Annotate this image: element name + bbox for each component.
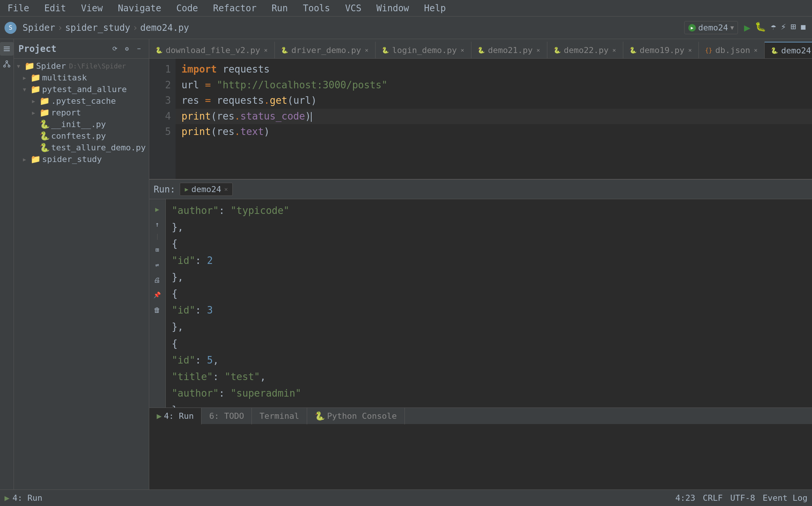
- status-run-icon[interactable]: ▶: [5, 493, 9, 503]
- run-label: Run:: [154, 184, 176, 195]
- title-bar: File Edit View Navigate Code Refactor Ru…: [0, 0, 812, 17]
- tree-label-init: __init__.py: [51, 120, 106, 129]
- app-logo-icon: S: [5, 22, 17, 34]
- menu-edit[interactable]: Edit: [41, 2, 69, 15]
- menu-code[interactable]: Code: [173, 2, 201, 15]
- run-config-dropdown[interactable]: ▶ demo24 ▼: [684, 21, 738, 34]
- tab-icon-demo22: 🐍: [553, 47, 561, 54]
- output-line-close-brace-4: }: [172, 401, 812, 408]
- menu-bar[interactable]: File Edit View Navigate Code Refactor Ru…: [5, 2, 449, 15]
- svg-line-7: [7, 63, 9, 65]
- bottom-tab-run[interactable]: ▶ 4: Run: [149, 408, 202, 424]
- status-position: 4:23: [676, 493, 695, 503]
- tab-close-download[interactable]: ×: [263, 46, 268, 55]
- breadcrumb-demo24[interactable]: demo24.py: [140, 23, 189, 33]
- run-config-icon: ▶: [688, 24, 696, 32]
- tree-item-report[interactable]: ▶ 📁 report: [14, 107, 149, 118]
- tab-demo22[interactable]: 🐍 demo22.py ×: [547, 42, 623, 58]
- project-action-minimize[interactable]: −: [134, 44, 144, 54]
- sidebar-icons: [0, 39, 14, 489]
- run-icon-pin[interactable]: 📌: [150, 288, 164, 301]
- run-icon-trash[interactable]: 🗑: [150, 303, 164, 317]
- tab-close-db[interactable]: ×: [753, 46, 758, 55]
- breadcrumb-sep2: ›: [133, 23, 138, 33]
- svg-rect-2: [4, 50, 10, 51]
- tab-close-demo19[interactable]: ×: [688, 46, 693, 55]
- tab-close-demo22[interactable]: ×: [612, 46, 617, 55]
- breadcrumb-spider-study[interactable]: spider_study: [65, 23, 130, 33]
- status-encoding[interactable]: UTF-8: [730, 493, 755, 503]
- bottom-tab-todo[interactable]: 6: TODO: [201, 408, 252, 424]
- line-numbers: 1 2 3 4 5: [149, 59, 176, 179]
- breadcrumb-spider[interactable]: Spider: [23, 23, 55, 33]
- tree-item-multitask[interactable]: ▶ 📁 multitask: [14, 72, 149, 83]
- run-tab-demo24[interactable]: ▶ demo24 ×: [180, 183, 233, 196]
- tab-demo21[interactable]: 🐍 demo21.py ×: [471, 42, 547, 58]
- output-line-close-brace-2: },: [172, 269, 812, 285]
- tab-close-demo21[interactable]: ×: [536, 46, 541, 55]
- run-icon-wrap[interactable]: ⇌: [150, 258, 164, 271]
- status-crlf[interactable]: CRLF: [703, 493, 723, 503]
- run-tab-close[interactable]: ×: [224, 186, 228, 193]
- project-panel-actions[interactable]: ⟳ ⚙ −: [110, 44, 144, 54]
- run-icon-rerun[interactable]: ▶: [150, 202, 164, 216]
- tab-label-download: download_file_v2.py: [166, 45, 261, 55]
- run-buttons[interactable]: ▶ 🐛 ☂ ⚡ ⊞ ◼: [742, 20, 807, 35]
- run-tab-play-icon: ▶: [157, 411, 162, 421]
- tab-close-driver[interactable]: ×: [364, 46, 369, 55]
- tab-demo24[interactable]: 🐍 demo24.py ×: [765, 42, 812, 58]
- py-icon-allure: 🐍: [39, 143, 50, 152]
- tab-icon-demo21: 🐍: [477, 47, 485, 54]
- bottom-tab-terminal[interactable]: Terminal: [252, 408, 307, 424]
- tree-item-allure-demo[interactable]: ▶ 🐍 test_allure_demo.py: [14, 142, 149, 153]
- run-panel-header: Run: ▶ demo24 × ⚙ —: [149, 180, 812, 199]
- menu-refactor[interactable]: Refactor: [210, 2, 260, 15]
- tab-close-login[interactable]: ×: [460, 46, 465, 55]
- menu-window[interactable]: Window: [373, 2, 412, 15]
- project-action-cog[interactable]: ⚙: [122, 44, 132, 54]
- sidebar-vcs-icon[interactable]: [0, 57, 14, 71]
- run-icon-print[interactable]: 🖨: [150, 273, 164, 286]
- code-content[interactable]: import requests url = "http://localhost:…: [176, 59, 812, 179]
- tree-item-conftest[interactable]: ▶ 🐍 conftest.py: [14, 130, 149, 142]
- status-event-log[interactable]: Event Log: [763, 493, 807, 503]
- bottom-tab-terminal-label: Terminal: [259, 411, 299, 421]
- menu-tools[interactable]: Tools: [300, 2, 333, 15]
- tree-item-pytest-cache[interactable]: ▶ 📁 .pytest_cache: [14, 95, 149, 107]
- stop-button[interactable]: ◼: [799, 20, 807, 35]
- menu-view[interactable]: View: [78, 2, 106, 15]
- tab-demo19[interactable]: 🐍 demo19.py ×: [623, 42, 699, 58]
- tree-label-conftest: conftest.py: [51, 131, 106, 141]
- code-editor[interactable]: 1 2 3 4 5 import requests url = "http://…: [149, 59, 812, 179]
- folder-icon: 📁: [24, 61, 35, 71]
- run-icon-filter[interactable]: ⊞: [150, 243, 164, 256]
- folder-icon-cache: 📁: [39, 96, 50, 106]
- menu-file[interactable]: File: [5, 2, 32, 15]
- run-button[interactable]: ▶: [742, 20, 752, 35]
- py-icon-init: 🐍: [39, 120, 50, 129]
- tab-download-file[interactable]: 🐍 download_file_v2.py ×: [149, 42, 275, 58]
- coverage-button[interactable]: ☂: [769, 20, 777, 35]
- concurrency-button[interactable]: ⊞: [789, 20, 797, 35]
- bottom-tab-python-console[interactable]: 🐍 Python Console: [307, 408, 404, 424]
- project-action-sync[interactable]: ⟳: [110, 44, 120, 54]
- menu-help[interactable]: Help: [421, 2, 449, 15]
- folder-icon-report: 📁: [39, 108, 50, 117]
- output-line-open-brace-2: {: [172, 235, 812, 252]
- menu-vcs[interactable]: VCS: [342, 2, 364, 15]
- tree-item-pytest-allure[interactable]: ▼ 📁 pytest_and_allure: [14, 83, 149, 95]
- profile-button[interactable]: ⚡: [779, 20, 788, 35]
- run-icon-up[interactable]: ↑: [150, 217, 164, 231]
- sidebar-project-icon[interactable]: [0, 42, 14, 56]
- tree-item-spider[interactable]: ▼ 📁 Spider D:\File\Spider: [14, 60, 149, 72]
- output-line-close-brace-3: },: [172, 318, 812, 335]
- menu-run[interactable]: Run: [268, 2, 291, 15]
- tab-driver-demo[interactable]: 🐍 driver_demo.py ×: [275, 42, 376, 58]
- tab-login-demo[interactable]: 🐍 login_demo.py ×: [376, 42, 471, 58]
- tab-db-json[interactable]: {} db.json ×: [699, 42, 765, 58]
- menu-navigate[interactable]: Navigate: [115, 2, 164, 15]
- tree-item-spider-study[interactable]: ▶ 📁 spider_study: [14, 153, 149, 165]
- tree-item-init[interactable]: ▶ 🐍 __init__.py: [14, 118, 149, 130]
- tab-label-demo19: demo19.py: [640, 45, 685, 55]
- debug-button[interactable]: 🐛: [753, 20, 768, 35]
